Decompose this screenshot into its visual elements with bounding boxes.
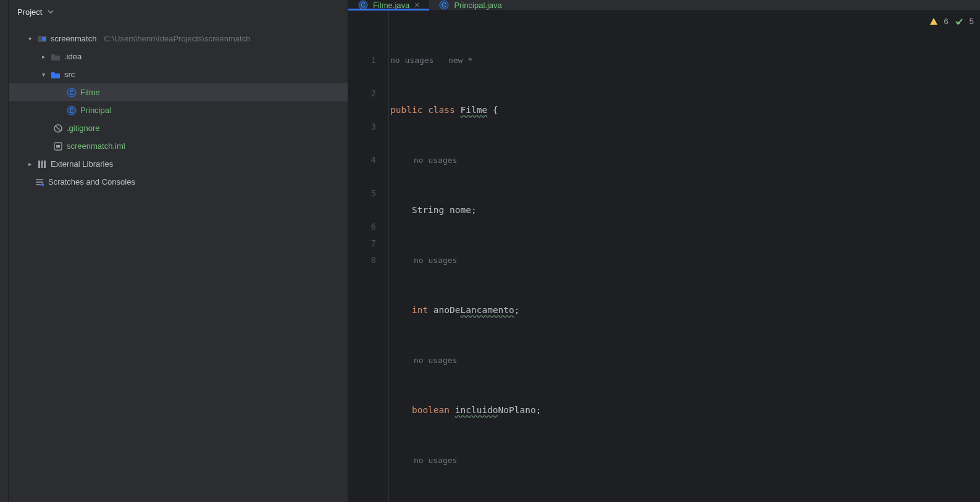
check-icon [955, 17, 963, 26]
tab-label: Principal.java [454, 1, 501, 10]
line-number: 3 [348, 119, 376, 135]
line-gutter[interactable]: 1 2 3 4 5 6 7 8 [348, 10, 389, 502]
tree-label: screenmatch.iml [67, 141, 125, 151]
tree-item-src[interactable]: ▾ src [9, 65, 348, 83]
java-class-icon: C [358, 0, 368, 10]
tree-label: .idea [64, 52, 82, 61]
code-editor[interactable]: no usages new * public class Filme { no … [389, 10, 980, 502]
tab-filme[interactable]: C Filme.java × [348, 0, 429, 10]
tree-item-scratches[interactable]: Scratches and Consoles [9, 173, 348, 191]
line-number: 4 [348, 152, 376, 169]
tree-label: Principal [80, 106, 111, 115]
editor-tabs: C Filme.java × C Principal.java [348, 0, 980, 10]
tree-label: Scratches and Consoles [48, 177, 135, 186]
svg-rect-9 [56, 145, 60, 148]
tree-label: .gitignore [67, 123, 99, 133]
chevron-down-icon[interactable]: ▾ [40, 71, 47, 78]
svg-rect-11 [41, 161, 43, 168]
tree-item-principal[interactable]: C Principal [9, 101, 348, 119]
svg-line-7 [56, 126, 61, 131]
editor-area: C Filme.java × C Principal.java 6 5 1 [348, 0, 980, 502]
tab-principal[interactable]: C Principal.java [429, 0, 511, 10]
code-line: String nome; [390, 202, 980, 219]
project-panel: Project ▾ screenmatch C:\Users\henri\Ide… [9, 0, 348, 502]
svg-rect-10 [38, 161, 40, 168]
tree-item-external[interactable]: ▸ External Libraries [9, 155, 348, 173]
line-number: 7 [348, 235, 376, 252]
svg-text:C: C [69, 89, 73, 96]
code-line: boolean incluidoNoPlano; [390, 402, 980, 419]
project-panel-header[interactable]: Project [9, 0, 348, 23]
svg-text:C: C [442, 2, 446, 9]
source-folder-icon [51, 70, 61, 80]
warning-count: 6 [944, 17, 949, 26]
tree-item-idea[interactable]: ▸ .idea [9, 48, 348, 65]
library-icon [37, 159, 47, 169]
svg-rect-1 [43, 37, 46, 41]
chevron-right-icon[interactable]: ▸ [40, 53, 47, 60]
line-number: 1 [348, 52, 376, 69]
gitignore-icon [53, 123, 63, 133]
tree-root-path: C:\Users\henri\IdeaProjects\screenmatch [104, 34, 250, 43]
inlay-hint: no usages [390, 352, 980, 369]
code-line: public class Filme { [390, 102, 980, 119]
inlay-hint: no usages [390, 452, 980, 469]
tree-root[interactable]: ▾ screenmatch C:\Users\henri\IdeaProject… [9, 30, 348, 48]
svg-rect-12 [44, 161, 46, 168]
ok-count: 5 [970, 17, 974, 26]
chevron-right-icon[interactable]: ▸ [26, 161, 33, 167]
line-number: 8 [348, 252, 376, 269]
inlay-hint: no usages [390, 152, 980, 169]
tree-label: External Libraries [51, 159, 113, 169]
project-tree[interactable]: ▾ screenmatch C:\Users\henri\IdeaProject… [9, 23, 348, 191]
close-icon[interactable]: × [414, 0, 419, 10]
java-class-icon: C [67, 106, 77, 115]
tree-item-iml[interactable]: screenmatch.iml [9, 137, 348, 155]
tree-item-gitignore[interactable]: .gitignore [9, 119, 348, 137]
panel-title: Project [17, 7, 42, 17]
java-class-icon: C [439, 0, 449, 10]
tree-root-label: screenmatch [51, 34, 96, 43]
warning-icon [929, 17, 938, 26]
inspections-widget[interactable]: 6 5 [929, 17, 974, 26]
folder-icon [51, 52, 61, 62]
tree-item-filme[interactable]: C Filme [9, 83, 348, 101]
java-class-icon: C [67, 88, 77, 98]
tree-label: Filme [80, 88, 100, 97]
line-number: 2 [348, 85, 376, 102]
iml-file-icon [53, 141, 63, 151]
left-tool-stripe[interactable] [0, 0, 9, 502]
line-number: 6 [348, 219, 376, 235]
chevron-down-icon [46, 7, 56, 17]
svg-point-13 [41, 183, 44, 185]
code-pane: 6 5 1 2 3 4 5 6 7 8 no usages new * publ… [348, 10, 980, 502]
inlay-hint: no usages [390, 252, 980, 269]
inlay-hint: no usages new * [390, 52, 980, 69]
module-folder-icon [37, 34, 47, 44]
code-line: int anoDeLancamento; [390, 302, 980, 319]
tab-label: Filme.java [373, 1, 409, 10]
chevron-down-icon[interactable]: ▾ [26, 35, 33, 42]
svg-text:C: C [361, 2, 365, 9]
tree-label: src [64, 70, 75, 79]
scratches-icon [35, 177, 44, 187]
line-number: 5 [348, 185, 376, 202]
svg-text:C: C [69, 107, 73, 114]
